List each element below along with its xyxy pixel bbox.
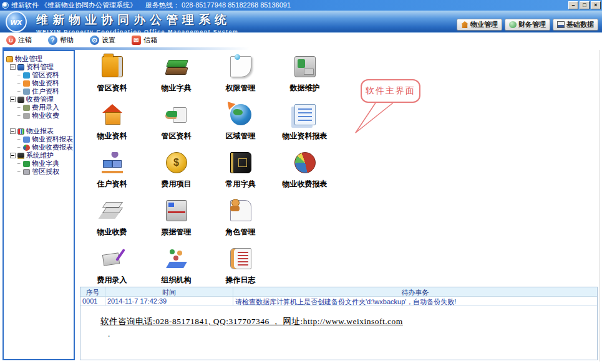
shortcut-fee-entry[interactable]: 费用录入 [80,244,144,292]
shortcut-organization[interactable]: 组织机构 [144,244,208,292]
column-header-time: 时间 [105,287,233,296]
shortcut-property-dictionary[interactable]: 物业字典 [144,52,208,100]
residents-icon [102,152,123,173]
pie-chart-icon [23,145,30,151]
column-header-pending: 待办事务 [233,287,597,296]
shortcut-resident-data[interactable]: 住户资料 [80,148,144,196]
shortcut-region-management[interactable]: 区域管理 [208,100,273,148]
app-window: 维新软件 《维新物业协同办公管理系统》 服务热线： 028-85177948 8… [0,0,602,364]
toolbar-label: 注销 [18,36,32,45]
collapse-icon[interactable] [10,97,16,102]
house-icon [102,104,123,125]
shortcut-operation-log[interactable]: 操作日志 [208,244,273,292]
window-controls: – □ × [568,1,601,9]
charge-icon [23,113,30,119]
shortcut-property-data-report[interactable]: 物业资料报表 [273,100,337,148]
shortcut-data-maintenance[interactable]: 数据维护 [273,52,337,100]
tree-connector [17,139,21,140]
nav-base-data-button[interactable]: 基础数据 [553,19,598,31]
dictionary-book-icon [230,152,251,173]
documents-icon [294,104,316,125]
shortcut-label: 区域管理 [226,131,256,141]
tree-connector [17,107,21,108]
fee-entry-icon [23,105,30,111]
shortcut-label: 角色管理 [226,227,256,237]
footnote-dot: . [108,330,597,338]
property-root-icon [6,56,13,62]
tree-connector [17,115,21,116]
cell-serial: 0001 [80,297,105,305]
logout-icon [6,36,16,45]
navigation-tree: 物业管理 资料管理 管区资料 物业资料 住户资料 收费管理 [2,50,75,360]
globe-icon [230,104,251,125]
shortcut-fee-items[interactable]: 费用项目 [144,148,208,196]
shortcut-district-data[interactable]: 管区资料 [80,52,144,100]
folder-icon [17,64,24,70]
shortcut-label: 物业收费 [97,227,127,237]
shortcut-label: 物业资料报表 [283,131,328,141]
folder-icon [102,56,123,77]
nav-button-label: 基础数据 [566,20,594,29]
column-header-serial: 序号 [80,287,105,296]
nav-finance-management-button[interactable]: 财务管理 [505,19,550,31]
shortcut-role-management[interactable]: 角色管理 [208,196,273,244]
shortcut-property-charge[interactable]: 物业收费 [80,196,144,244]
data-maintenance-icon [294,56,316,77]
maximize-button[interactable]: □ [580,1,590,9]
paper-stack-icon [102,200,123,221]
shortcut-common-dictionary[interactable]: 常用字典 [208,148,273,196]
dictionary-icon [23,161,30,167]
tree-connector [17,91,21,92]
shortcut-label: 票据管理 [162,227,192,237]
shortcut-label: 物业资料 [97,131,127,141]
toolbar-label: 信箱 [143,36,157,45]
panel-edge [600,50,600,362]
tree-connector [17,83,21,84]
nav-property-management-button[interactable]: 物业管理 [457,19,502,31]
module-nav: 物业管理 财务管理 基础数据 [457,19,598,31]
collapse-icon[interactable] [10,153,16,158]
shortcut-label: 物业收费报表 [283,179,328,189]
tree-item-district-authorization[interactable]: 管区授权 [5,168,72,176]
money-icon [166,152,187,173]
shortcut-label: 物业字典 [162,83,192,93]
shortcut-label: 操作日志 [226,275,256,285]
settings-button[interactable]: 设置 [90,36,115,45]
bar-chart-icon [17,128,24,135]
shortcut-permission-management[interactable]: 权限管理 [208,52,273,100]
settings-icon [90,36,99,45]
tree-connector [17,171,21,172]
help-button[interactable]: 帮助 [48,36,74,45]
toolbar: 注销 帮助 设置 信箱 [0,33,602,47]
toolbar-label: 设置 [102,36,115,45]
property-house-icon [461,21,468,28]
nav-button-label: 物业管理 [470,20,498,29]
collapse-icon[interactable] [10,128,16,134]
shortcut-property-data[interactable]: 物业资料 [80,100,144,148]
logout-button[interactable]: 注销 [6,36,32,45]
collapse-icon[interactable] [10,64,16,70]
shortcut-district-data-2[interactable]: 管区资料 [144,100,208,148]
mailbox-button[interactable]: 信箱 [132,36,157,45]
minimize-button[interactable]: – [568,1,578,9]
shortcut-label: 管区资料 [162,131,192,141]
shortcut-label: 数据维护 [290,83,320,93]
base-data-icon [557,21,565,28]
table-row[interactable]: 0001 2014-11-7 17:42:39 请检查数据库计算机上是否创建备份… [80,297,597,306]
shortcut-label: 住户资料 [97,179,127,189]
shortcut-label: 费用项目 [162,179,192,189]
tree-item-property-charge[interactable]: 物业收费 [5,112,72,120]
role-doc-icon [230,200,251,221]
fee-management-icon [17,97,24,103]
shortcut-charge-report[interactable]: 物业收费报表 [273,148,337,196]
mailbox-icon [132,36,141,45]
app-icon [2,2,9,9]
close-button[interactable]: × [591,1,601,9]
shortcut-label: 常用字典 [226,179,256,189]
nav-button-label: 财务管理 [518,20,546,29]
callout-bubble: 软件主界面 [361,79,420,103]
cell-message: 请检查数据库计算机上是否创建备份文件夹'd:\wxbackup'，自动备份失败! [233,297,597,305]
header-banner: wx 维新物业协同办公管理系统 WEIXIN Property Coordina… [0,11,602,33]
shortcut-receipt-management[interactable]: 票据管理 [144,196,208,244]
toolbar-label: 帮助 [60,36,74,45]
